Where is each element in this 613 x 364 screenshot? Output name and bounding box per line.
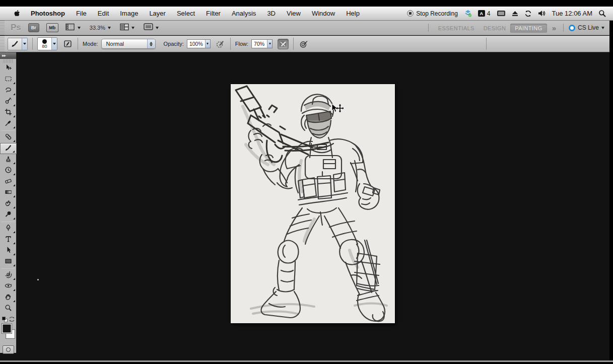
view-extras-button[interactable] <box>65 23 81 33</box>
brush-size-value: 80 <box>42 44 47 49</box>
toggle-brush-panel-button[interactable] <box>62 39 73 49</box>
toolbox-separator <box>2 268 15 269</box>
arrange-documents-button[interactable] <box>120 23 134 33</box>
menu-clock[interactable]: Tue 12:06 AM <box>552 10 592 17</box>
menu-photoshop[interactable]: Photoshop <box>25 10 71 17</box>
screen-mode-button[interactable] <box>144 23 159 32</box>
tool-path-selection[interactable] <box>0 245 17 256</box>
clone-stamp-icon <box>5 155 12 165</box>
blend-mode-value: Normal <box>102 41 124 47</box>
menu-image[interactable]: Image <box>114 10 144 17</box>
toolbox-grip[interactable] <box>3 59 13 63</box>
screen-mode-icon <box>144 23 153 32</box>
spotlight-icon[interactable] <box>598 10 606 17</box>
displays-menu-icon[interactable] <box>497 10 506 17</box>
menu-window[interactable]: Window <box>306 10 340 17</box>
cs-live-button[interactable]: CS Live <box>569 24 604 31</box>
menu-3d[interactable]: 3D <box>261 10 281 17</box>
apple-menu[interactable] <box>8 10 25 17</box>
tool-gradient[interactable] <box>0 187 17 198</box>
quick-selection-icon <box>5 97 12 107</box>
tool-spot-healing[interactable] <box>0 132 17 143</box>
apple-icon <box>13 10 20 17</box>
workspace-painting[interactable]: PAINTING <box>510 24 547 33</box>
opacity-field[interactable]: 100% <box>187 39 211 48</box>
rectangle-icon <box>5 257 12 267</box>
tool-3d-rotate[interactable] <box>0 270 17 281</box>
menu-select[interactable]: Select <box>171 10 200 17</box>
spot-healing-icon <box>5 133 12 142</box>
3d-orbit-icon <box>5 282 12 292</box>
tool-move[interactable] <box>0 63 17 74</box>
brush-preset-picker[interactable]: 80 <box>37 37 57 50</box>
quick-mask-button[interactable] <box>3 345 14 354</box>
launch-bridge-button[interactable]: Br <box>28 23 39 32</box>
adobe-updates-icon: A <box>478 10 485 17</box>
3d-rotate-icon <box>5 271 12 280</box>
document-canvas[interactable] <box>231 84 395 323</box>
airbrush-button[interactable] <box>298 39 309 49</box>
menu-help[interactable]: Help <box>340 10 365 17</box>
volume-menu-icon[interactable] <box>538 10 546 17</box>
tool-smudge[interactable] <box>0 198 17 209</box>
hand-icon <box>5 293 12 303</box>
brush-tool-icon <box>8 40 22 48</box>
photoshop-screen: Photoshop FileEditImageLayerSelectFilter… <box>0 0 613 364</box>
tool-quick-selection[interactable] <box>0 96 17 107</box>
foreground-color-swatch[interactable] <box>2 323 12 334</box>
cslive-divider <box>563 24 564 32</box>
blend-mode-select[interactable]: Normal <box>101 39 156 49</box>
menu-filter[interactable]: Filter <box>200 10 226 17</box>
menu-layer[interactable]: Layer <box>144 10 171 17</box>
tool-3d-orbit[interactable] <box>0 281 17 292</box>
cs-live-label: CS Live <box>578 24 599 31</box>
opacity-value: 100% <box>187 41 205 47</box>
tool-type[interactable] <box>0 234 17 245</box>
eyedropper-icon <box>5 119 12 129</box>
menu-file[interactable]: File <box>71 10 92 17</box>
tool-eyedropper[interactable] <box>0 118 17 129</box>
tablet-flow-button[interactable] <box>278 39 289 49</box>
tool-eraser[interactable] <box>0 176 17 187</box>
tool-history-brush[interactable] <box>0 165 17 176</box>
tool-hand[interactable] <box>0 292 17 303</box>
zoom-level-control[interactable]: 33.3% <box>90 25 111 31</box>
stop-recording-label: Stop Recording <box>416 10 458 17</box>
flow-field[interactable]: 70% <box>251 39 273 48</box>
tool-preset-picker[interactable] <box>8 38 28 50</box>
dropbox-menu-icon[interactable] <box>464 10 472 17</box>
menu-view[interactable]: View <box>281 10 306 17</box>
tool-lasso[interactable] <box>0 85 17 96</box>
adobe-updates-menu[interactable]: A 4 <box>478 10 491 17</box>
tool-marquee[interactable] <box>0 74 17 85</box>
crop-icon <box>5 108 12 118</box>
tool-brush[interactable] <box>0 143 17 154</box>
menu-analysis[interactable]: Analysis <box>226 10 261 17</box>
menu-edit[interactable]: Edit <box>92 10 114 17</box>
swap-colors-icon[interactable] <box>9 316 15 322</box>
workspace-essentials[interactable]: ESSENTIALS <box>434 24 479 33</box>
tool-clone-stamp[interactable] <box>0 154 17 165</box>
move-icon <box>5 64 12 74</box>
workspace-design[interactable]: DESIGN <box>479 24 511 33</box>
app-bar-grip[interactable] <box>0 21 5 35</box>
tool-crop[interactable] <box>0 107 17 118</box>
toolbox-collapse-button[interactable]: ▸▸ <box>0 52 16 59</box>
tool-rectangle[interactable] <box>0 256 17 267</box>
zoom-icon <box>5 304 12 314</box>
toolbox-separator <box>2 222 15 222</box>
tool-pen[interactable] <box>0 223 17 234</box>
stop-recording-button[interactable]: Stop Recording <box>407 10 458 17</box>
workspace-divider <box>428 24 429 32</box>
tool-zoom[interactable] <box>0 303 17 314</box>
brush-icon <box>5 144 12 154</box>
sync-menu-icon[interactable] <box>524 10 532 17</box>
arrange-documents-icon <box>120 23 129 33</box>
eject-menu-icon[interactable] <box>512 11 518 17</box>
workspace-overflow-chevron[interactable]: » <box>550 24 558 32</box>
tool-dodge[interactable] <box>0 209 17 221</box>
tablet-opacity-button[interactable] <box>215 39 226 49</box>
options-bar-grip[interactable] <box>0 36 5 52</box>
launch-mini-bridge-button[interactable]: Mb <box>46 23 58 32</box>
ps-logo: Ps <box>5 23 28 33</box>
